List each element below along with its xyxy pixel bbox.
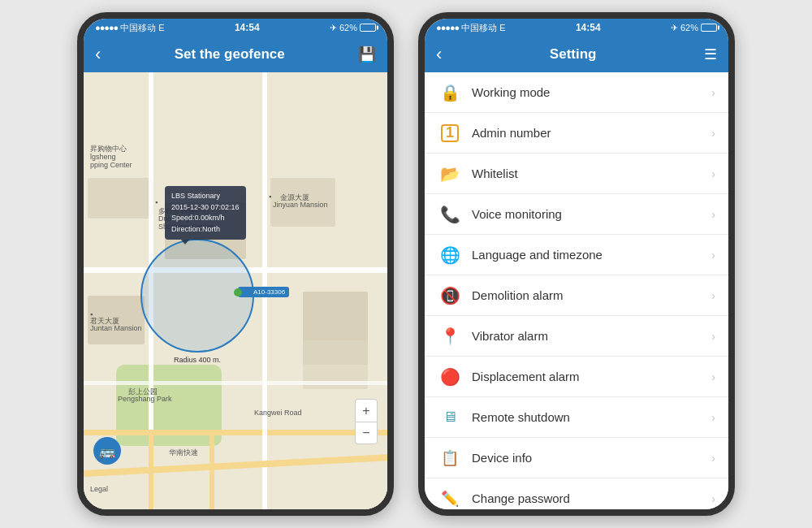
whitelist-label: Whitelist bbox=[472, 167, 702, 180]
demolition-icon: 📵 bbox=[440, 286, 460, 305]
remote-shutdown-label: Remote shutdown bbox=[472, 410, 702, 424]
displacement-icon-wrap: 🔴 bbox=[438, 365, 462, 389]
map-label-0b: lgsheng bbox=[90, 153, 116, 161]
bus-icon[interactable]: 🚌 bbox=[93, 437, 121, 465]
vibrator-alarm-label: Vibrator alarm bbox=[472, 329, 702, 343]
language-timezone-label: Language and timezone bbox=[472, 248, 702, 262]
map-container[interactable]: Radius 400 m. LBS Stationary 2015-12-30 … bbox=[84, 72, 387, 509]
device-marker: A10-33306 bbox=[238, 287, 289, 297]
right-header-title: Setting bbox=[550, 46, 597, 63]
tooltip-line2: 2015-12-30 07:02:16 bbox=[171, 202, 240, 214]
setting-language-timezone[interactable]: 🌐 Language and timezone › bbox=[425, 235, 728, 275]
remote-icon: 🖥 bbox=[443, 409, 457, 426]
admin-number-label: Admin number bbox=[472, 126, 702, 140]
setting-demolition-alarm[interactable]: 📵 Demolition alarm › bbox=[425, 275, 728, 316]
password-icon: ✏️ bbox=[441, 490, 459, 508]
language-chevron: › bbox=[711, 249, 715, 262]
device-info-chevron: › bbox=[711, 452, 715, 465]
admin-icon: 1 bbox=[441, 124, 459, 142]
device-icon-wrap: 📋 bbox=[438, 446, 462, 470]
right-back-button[interactable]: ‹ bbox=[436, 44, 442, 65]
left-back-button[interactable]: ‹ bbox=[95, 44, 101, 65]
battery-icon bbox=[360, 24, 376, 32]
voice-monitoring-chevron: › bbox=[711, 208, 715, 221]
carrier-label: 中国移动 bbox=[120, 22, 156, 34]
right-status-right: ✈ 62% bbox=[671, 23, 717, 33]
left-status-bar: ●●●●● 中国移动 E 14:54 ✈ 62% bbox=[84, 19, 387, 37]
demolition-icon-wrap: 📵 bbox=[438, 283, 462, 308]
left-header-title: Set the geofence bbox=[175, 46, 285, 63]
working-mode-label: Working mode bbox=[472, 85, 702, 99]
left-phone: ●●●●● 中国移动 E 14:54 ✈ 62% ‹ Set the geofe… bbox=[77, 12, 394, 516]
working-mode-icon-wrap: 🔒 bbox=[438, 80, 462, 105]
radius-label: Radius 400 m. bbox=[174, 356, 221, 364]
right-battery-text: 62% bbox=[680, 23, 698, 32]
svg-rect-10 bbox=[84, 381, 387, 385]
map-icon-3: ▪ bbox=[90, 310, 93, 318]
device-label: A10-33306 bbox=[253, 288, 285, 296]
voice-icon: 📞 bbox=[440, 205, 460, 224]
map-label-4b: Pengshang Park bbox=[118, 395, 172, 403]
displacement-icon: 🔴 bbox=[440, 367, 460, 387]
lock-icon: 🔒 bbox=[440, 83, 460, 102]
password-icon-wrap: ✏️ bbox=[438, 487, 462, 510]
right-signal-dots: ●●●●● bbox=[436, 23, 459, 32]
displacement-alarm-label: Displacement alarm bbox=[472, 370, 702, 383]
right-time: 14:54 bbox=[576, 22, 601, 33]
setting-admin-number[interactable]: 1 Admin number › bbox=[425, 113, 728, 154]
right-menu-button[interactable]: ☰ bbox=[704, 45, 717, 63]
setting-voice-monitoring[interactable]: 📞 Voice monitoring › bbox=[425, 194, 728, 235]
language-icon: 🌐 bbox=[440, 245, 460, 265]
device-icon: 📋 bbox=[441, 449, 459, 467]
left-status-right: ✈ 62% bbox=[330, 23, 376, 33]
right-nav-icon: ✈ bbox=[671, 23, 678, 33]
right-network-label: E bbox=[499, 23, 505, 32]
left-time: 14:54 bbox=[235, 22, 260, 33]
vibrator-icon-wrap: 📍 bbox=[438, 324, 462, 348]
tooltip-line1: LBS Stationary bbox=[171, 191, 240, 202]
setting-remote-shutdown[interactable]: 🖥 Remote shutdown › bbox=[425, 397, 728, 438]
right-battery-icon bbox=[701, 24, 717, 32]
setting-working-mode[interactable]: 🔒 Working mode › bbox=[425, 72, 728, 113]
working-mode-chevron: › bbox=[711, 86, 715, 99]
left-header: ‹ Set the geofence 💾 bbox=[84, 37, 387, 72]
setting-device-info[interactable]: 📋 Device info › bbox=[425, 438, 728, 478]
vibrator-icon: 📍 bbox=[440, 327, 460, 346]
zoom-in-button[interactable]: + bbox=[355, 399, 378, 422]
map-label-3b: Juntan Mansion bbox=[90, 324, 142, 332]
tooltip-line3: Speed:0.00km/h bbox=[171, 213, 240, 224]
svg-rect-2 bbox=[88, 178, 153, 219]
signal-dots: ●●●●● bbox=[95, 23, 118, 32]
remote-icon-wrap: 🖥 bbox=[438, 405, 462, 430]
right-phone: ●●●●● 中国移动 E 14:54 ✈ 62% ‹ Setting ☰ 🔒 W… bbox=[418, 12, 735, 516]
network-label: E bbox=[158, 23, 164, 32]
admin-number-icon-wrap: 1 bbox=[438, 121, 462, 145]
remote-chevron: › bbox=[711, 411, 715, 424]
setting-displacement-alarm[interactable]: 🔴 Displacement alarm › bbox=[425, 357, 728, 397]
voice-monitoring-label: Voice monitoring bbox=[472, 207, 702, 221]
right-carrier-label: 中国移动 bbox=[461, 22, 497, 34]
map-label-legal: Legal bbox=[90, 485, 108, 493]
settings-list: 🔒 Working mode › 1 Admin number › 📂 Whit… bbox=[425, 72, 728, 509]
whitelist-chevron: › bbox=[711, 167, 715, 180]
voice-icon-wrap: 📞 bbox=[438, 202, 462, 227]
left-save-button[interactable]: 💾 bbox=[358, 45, 376, 63]
setting-change-password[interactable]: ✏️ Change password › bbox=[425, 478, 728, 509]
zoom-out-button[interactable]: − bbox=[355, 422, 378, 444]
setting-whitelist[interactable]: 📂 Whitelist › bbox=[425, 154, 728, 194]
whitelist-icon: 📂 bbox=[440, 164, 460, 184]
admin-number-chevron: › bbox=[711, 127, 715, 140]
whitelist-icon-wrap: 📂 bbox=[438, 162, 462, 186]
change-password-label: Change password bbox=[472, 491, 702, 505]
map-label-0c: pping Center bbox=[90, 161, 132, 169]
map-icon-2: ▪ bbox=[269, 193, 271, 201]
map-label-5: Kangwei Road bbox=[254, 409, 302, 417]
displacement-chevron: › bbox=[711, 370, 715, 383]
demolition-chevron: › bbox=[711, 289, 715, 302]
tooltip-line4: Direction:North bbox=[171, 224, 240, 236]
right-status-bar: ●●●●● 中国移动 E 14:54 ✈ 62% bbox=[425, 19, 728, 37]
svg-rect-9 bbox=[84, 430, 387, 435]
setting-vibrator-alarm[interactable]: 📍 Vibrator alarm › bbox=[425, 316, 728, 357]
map-label-2b: Jinyuan Mansion bbox=[273, 201, 328, 209]
demolition-alarm-label: Demolition alarm bbox=[472, 288, 702, 302]
